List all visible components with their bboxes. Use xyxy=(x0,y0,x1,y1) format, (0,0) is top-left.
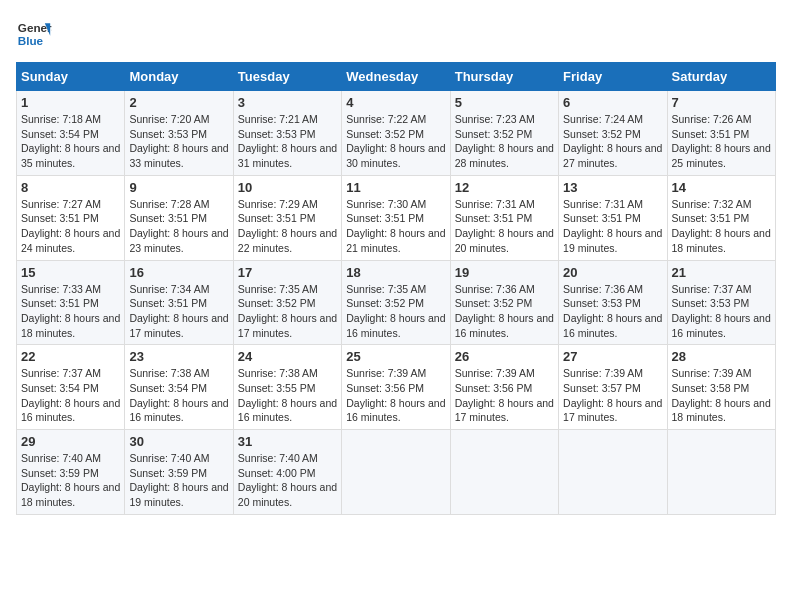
day-detail: Sunrise: 7:40 AM Sunset: 3:59 PM Dayligh… xyxy=(21,451,120,510)
day-number: 28 xyxy=(672,349,771,364)
calendar-cell: 31 Sunrise: 7:40 AM Sunset: 4:00 PM Dayl… xyxy=(233,430,341,515)
calendar-cell: 30 Sunrise: 7:40 AM Sunset: 3:59 PM Dayl… xyxy=(125,430,233,515)
day-detail: Sunrise: 7:34 AM Sunset: 3:51 PM Dayligh… xyxy=(129,282,228,341)
day-number: 21 xyxy=(672,265,771,280)
day-detail: Sunrise: 7:35 AM Sunset: 3:52 PM Dayligh… xyxy=(346,282,445,341)
calendar-cell: 25 Sunrise: 7:39 AM Sunset: 3:56 PM Dayl… xyxy=(342,345,450,430)
column-header-sunday: Sunday xyxy=(17,63,125,91)
day-detail: Sunrise: 7:39 AM Sunset: 3:56 PM Dayligh… xyxy=(346,366,445,425)
column-header-monday: Monday xyxy=(125,63,233,91)
calendar-cell: 17 Sunrise: 7:35 AM Sunset: 3:52 PM Dayl… xyxy=(233,260,341,345)
calendar-cell: 8 Sunrise: 7:27 AM Sunset: 3:51 PM Dayli… xyxy=(17,175,125,260)
calendar-cell: 20 Sunrise: 7:36 AM Sunset: 3:53 PM Dayl… xyxy=(559,260,667,345)
day-detail: Sunrise: 7:39 AM Sunset: 3:57 PM Dayligh… xyxy=(563,366,662,425)
logo-icon: General Blue xyxy=(16,16,52,52)
calendar-header: SundayMondayTuesdayWednesdayThursdayFrid… xyxy=(17,63,776,91)
column-header-friday: Friday xyxy=(559,63,667,91)
day-detail: Sunrise: 7:29 AM Sunset: 3:51 PM Dayligh… xyxy=(238,197,337,256)
calendar-cell xyxy=(559,430,667,515)
day-detail: Sunrise: 7:39 AM Sunset: 3:58 PM Dayligh… xyxy=(672,366,771,425)
calendar-cell: 7 Sunrise: 7:26 AM Sunset: 3:51 PM Dayli… xyxy=(667,91,775,176)
day-number: 26 xyxy=(455,349,554,364)
calendar-cell: 2 Sunrise: 7:20 AM Sunset: 3:53 PM Dayli… xyxy=(125,91,233,176)
day-detail: Sunrise: 7:40 AM Sunset: 3:59 PM Dayligh… xyxy=(129,451,228,510)
calendar-cell: 26 Sunrise: 7:39 AM Sunset: 3:56 PM Dayl… xyxy=(450,345,558,430)
day-detail: Sunrise: 7:38 AM Sunset: 3:55 PM Dayligh… xyxy=(238,366,337,425)
day-number: 1 xyxy=(21,95,120,110)
day-number: 30 xyxy=(129,434,228,449)
day-detail: Sunrise: 7:30 AM Sunset: 3:51 PM Dayligh… xyxy=(346,197,445,256)
calendar-cell: 1 Sunrise: 7:18 AM Sunset: 3:54 PM Dayli… xyxy=(17,91,125,176)
day-number: 24 xyxy=(238,349,337,364)
day-detail: Sunrise: 7:20 AM Sunset: 3:53 PM Dayligh… xyxy=(129,112,228,171)
calendar-cell: 28 Sunrise: 7:39 AM Sunset: 3:58 PM Dayl… xyxy=(667,345,775,430)
calendar-cell xyxy=(667,430,775,515)
day-number: 9 xyxy=(129,180,228,195)
calendar-cell: 19 Sunrise: 7:36 AM Sunset: 3:52 PM Dayl… xyxy=(450,260,558,345)
calendar-cell: 12 Sunrise: 7:31 AM Sunset: 3:51 PM Dayl… xyxy=(450,175,558,260)
day-detail: Sunrise: 7:23 AM Sunset: 3:52 PM Dayligh… xyxy=(455,112,554,171)
calendar-cell: 29 Sunrise: 7:40 AM Sunset: 3:59 PM Dayl… xyxy=(17,430,125,515)
calendar-cell: 15 Sunrise: 7:33 AM Sunset: 3:51 PM Dayl… xyxy=(17,260,125,345)
calendar-week-row: 15 Sunrise: 7:33 AM Sunset: 3:51 PM Dayl… xyxy=(17,260,776,345)
day-number: 20 xyxy=(563,265,662,280)
day-detail: Sunrise: 7:18 AM Sunset: 3:54 PM Dayligh… xyxy=(21,112,120,171)
calendar-cell: 27 Sunrise: 7:39 AM Sunset: 3:57 PM Dayl… xyxy=(559,345,667,430)
calendar-cell: 9 Sunrise: 7:28 AM Sunset: 3:51 PM Dayli… xyxy=(125,175,233,260)
day-number: 12 xyxy=(455,180,554,195)
day-detail: Sunrise: 7:24 AM Sunset: 3:52 PM Dayligh… xyxy=(563,112,662,171)
calendar-cell: 13 Sunrise: 7:31 AM Sunset: 3:51 PM Dayl… xyxy=(559,175,667,260)
day-detail: Sunrise: 7:31 AM Sunset: 3:51 PM Dayligh… xyxy=(563,197,662,256)
day-number: 2 xyxy=(129,95,228,110)
day-detail: Sunrise: 7:26 AM Sunset: 3:51 PM Dayligh… xyxy=(672,112,771,171)
day-detail: Sunrise: 7:36 AM Sunset: 3:52 PM Dayligh… xyxy=(455,282,554,341)
calendar-cell: 6 Sunrise: 7:24 AM Sunset: 3:52 PM Dayli… xyxy=(559,91,667,176)
calendar-cell: 14 Sunrise: 7:32 AM Sunset: 3:51 PM Dayl… xyxy=(667,175,775,260)
day-number: 27 xyxy=(563,349,662,364)
day-number: 22 xyxy=(21,349,120,364)
day-number: 15 xyxy=(21,265,120,280)
calendar-cell: 16 Sunrise: 7:34 AM Sunset: 3:51 PM Dayl… xyxy=(125,260,233,345)
calendar-week-row: 29 Sunrise: 7:40 AM Sunset: 3:59 PM Dayl… xyxy=(17,430,776,515)
day-number: 17 xyxy=(238,265,337,280)
day-number: 10 xyxy=(238,180,337,195)
day-number: 6 xyxy=(563,95,662,110)
day-number: 23 xyxy=(129,349,228,364)
calendar-cell: 4 Sunrise: 7:22 AM Sunset: 3:52 PM Dayli… xyxy=(342,91,450,176)
calendar-week-row: 1 Sunrise: 7:18 AM Sunset: 3:54 PM Dayli… xyxy=(17,91,776,176)
day-number: 18 xyxy=(346,265,445,280)
calendar-cell: 11 Sunrise: 7:30 AM Sunset: 3:51 PM Dayl… xyxy=(342,175,450,260)
calendar-table: SundayMondayTuesdayWednesdayThursdayFrid… xyxy=(16,62,776,515)
calendar-cell: 23 Sunrise: 7:38 AM Sunset: 3:54 PM Dayl… xyxy=(125,345,233,430)
calendar-cell: 18 Sunrise: 7:35 AM Sunset: 3:52 PM Dayl… xyxy=(342,260,450,345)
day-number: 5 xyxy=(455,95,554,110)
calendar-cell: 5 Sunrise: 7:23 AM Sunset: 3:52 PM Dayli… xyxy=(450,91,558,176)
day-detail: Sunrise: 7:21 AM Sunset: 3:53 PM Dayligh… xyxy=(238,112,337,171)
calendar-week-row: 8 Sunrise: 7:27 AM Sunset: 3:51 PM Dayli… xyxy=(17,175,776,260)
calendar-cell: 24 Sunrise: 7:38 AM Sunset: 3:55 PM Dayl… xyxy=(233,345,341,430)
logo: General Blue xyxy=(16,16,52,52)
day-detail: Sunrise: 7:27 AM Sunset: 3:51 PM Dayligh… xyxy=(21,197,120,256)
calendar-week-row: 22 Sunrise: 7:37 AM Sunset: 3:54 PM Dayl… xyxy=(17,345,776,430)
day-number: 4 xyxy=(346,95,445,110)
calendar-cell: 10 Sunrise: 7:29 AM Sunset: 3:51 PM Dayl… xyxy=(233,175,341,260)
page-header: General Blue xyxy=(16,16,776,52)
column-header-saturday: Saturday xyxy=(667,63,775,91)
calendar-cell xyxy=(342,430,450,515)
day-number: 31 xyxy=(238,434,337,449)
day-detail: Sunrise: 7:39 AM Sunset: 3:56 PM Dayligh… xyxy=(455,366,554,425)
day-detail: Sunrise: 7:28 AM Sunset: 3:51 PM Dayligh… xyxy=(129,197,228,256)
day-number: 7 xyxy=(672,95,771,110)
day-detail: Sunrise: 7:22 AM Sunset: 3:52 PM Dayligh… xyxy=(346,112,445,171)
day-detail: Sunrise: 7:38 AM Sunset: 3:54 PM Dayligh… xyxy=(129,366,228,425)
day-detail: Sunrise: 7:40 AM Sunset: 4:00 PM Dayligh… xyxy=(238,451,337,510)
day-detail: Sunrise: 7:31 AM Sunset: 3:51 PM Dayligh… xyxy=(455,197,554,256)
calendar-cell xyxy=(450,430,558,515)
column-header-thursday: Thursday xyxy=(450,63,558,91)
day-detail: Sunrise: 7:33 AM Sunset: 3:51 PM Dayligh… xyxy=(21,282,120,341)
day-number: 13 xyxy=(563,180,662,195)
day-detail: Sunrise: 7:35 AM Sunset: 3:52 PM Dayligh… xyxy=(238,282,337,341)
day-detail: Sunrise: 7:32 AM Sunset: 3:51 PM Dayligh… xyxy=(672,197,771,256)
day-number: 16 xyxy=(129,265,228,280)
day-number: 19 xyxy=(455,265,554,280)
